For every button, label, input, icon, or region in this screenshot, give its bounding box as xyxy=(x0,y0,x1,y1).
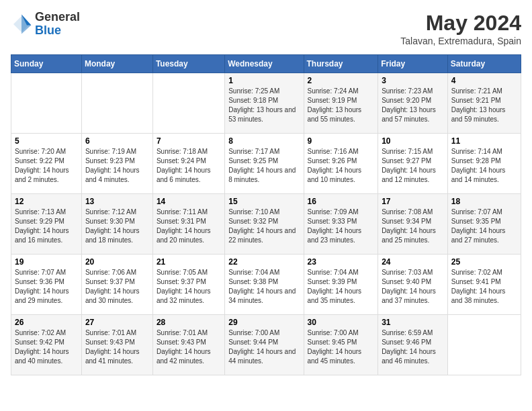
cell-content: Sunrise: 7:10 AMSunset: 9:32 PMDaylight:… xyxy=(228,208,300,245)
calendar-header: SundayMondayTuesdayWednesdayThursdayFrid… xyxy=(11,55,521,73)
calendar-cell: 27Sunrise: 7:01 AMSunset: 9:43 PMDayligh… xyxy=(81,315,152,375)
cell-content: Sunrise: 7:08 AMSunset: 9:34 PMDaylight:… xyxy=(382,208,444,245)
calendar-cell: 13Sunrise: 7:12 AMSunset: 9:30 PMDayligh… xyxy=(81,194,152,255)
calendar-week-row: 12Sunrise: 7:13 AMSunset: 9:29 PMDayligh… xyxy=(11,194,521,255)
cell-content: Sunrise: 7:01 AMSunset: 9:43 PMDaylight:… xyxy=(157,328,221,366)
cell-content: Sunrise: 7:03 AMSunset: 9:40 PMDaylight:… xyxy=(382,268,444,306)
cell-content: Sunrise: 7:18 AMSunset: 9:24 PMDaylight:… xyxy=(157,147,221,185)
day-number: 9 xyxy=(308,136,375,146)
logo: General Blue xyxy=(11,11,80,38)
calendar-cell: 15Sunrise: 7:10 AMSunset: 9:32 PMDayligh… xyxy=(225,194,304,255)
calendar-cell: 14Sunrise: 7:11 AMSunset: 9:31 PMDayligh… xyxy=(152,194,224,255)
header-day: Thursday xyxy=(304,55,378,73)
day-number: 20 xyxy=(85,257,149,267)
day-number: 14 xyxy=(157,197,221,206)
calendar-cell: 9Sunrise: 7:16 AMSunset: 9:26 PMDaylight… xyxy=(304,134,378,194)
day-number: 24 xyxy=(382,257,444,267)
cell-content: Sunrise: 7:11 AMSunset: 9:31 PMDaylight:… xyxy=(157,208,221,245)
calendar-cell: 31Sunrise: 6:59 AMSunset: 9:46 PMDayligh… xyxy=(378,315,448,375)
calendar-cell: 24Sunrise: 7:03 AMSunset: 9:40 PMDayligh… xyxy=(378,255,448,315)
day-number: 5 xyxy=(15,136,78,146)
calendar-cell: 3Sunrise: 7:23 AMSunset: 9:20 PMDaylight… xyxy=(378,73,448,134)
calendar-cell: 18Sunrise: 7:07 AMSunset: 9:35 PMDayligh… xyxy=(447,194,521,255)
calendar-cell: 7Sunrise: 7:18 AMSunset: 9:24 PMDaylight… xyxy=(152,134,224,194)
calendar-cell: 5Sunrise: 7:20 AMSunset: 9:22 PMDaylight… xyxy=(11,134,82,194)
day-number: 11 xyxy=(451,136,517,146)
logo-general: General xyxy=(35,11,80,24)
day-number: 7 xyxy=(157,136,221,146)
calendar-cell: 11Sunrise: 7:14 AMSunset: 9:28 PMDayligh… xyxy=(447,134,521,194)
page-header: General Blue May 2024 Talavan, Extremadu… xyxy=(11,11,521,46)
header-row: SundayMondayTuesdayWednesdayThursdayFrid… xyxy=(11,55,521,73)
calendar-cell xyxy=(11,73,82,134)
calendar-cell xyxy=(81,73,152,134)
calendar-cell xyxy=(447,315,521,375)
header-day: Friday xyxy=(378,55,448,73)
cell-content: Sunrise: 7:01 AMSunset: 9:43 PMDaylight:… xyxy=(85,328,149,366)
day-number: 2 xyxy=(308,76,375,85)
cell-content: Sunrise: 7:24 AMSunset: 9:19 PMDaylight:… xyxy=(308,87,375,124)
calendar-cell: 2Sunrise: 7:24 AMSunset: 9:19 PMDaylight… xyxy=(304,73,378,134)
day-number: 1 xyxy=(228,76,300,85)
day-number: 26 xyxy=(15,318,78,327)
logo-text: General Blue xyxy=(35,11,80,38)
cell-content: Sunrise: 7:09 AMSunset: 9:33 PMDaylight:… xyxy=(308,208,375,245)
header-day: Wednesday xyxy=(225,55,304,73)
calendar-cell: 19Sunrise: 7:07 AMSunset: 9:36 PMDayligh… xyxy=(11,255,82,315)
calendar-cell: 29Sunrise: 7:00 AMSunset: 9:44 PMDayligh… xyxy=(225,315,304,375)
day-number: 31 xyxy=(382,318,444,327)
cell-content: Sunrise: 7:16 AMSunset: 9:26 PMDaylight:… xyxy=(308,147,375,185)
cell-content: Sunrise: 7:07 AMSunset: 9:36 PMDaylight:… xyxy=(15,268,78,306)
cell-content: Sunrise: 7:15 AMSunset: 9:27 PMDaylight:… xyxy=(382,147,444,185)
day-number: 23 xyxy=(308,257,375,267)
day-number: 15 xyxy=(228,197,300,206)
calendar-cell: 28Sunrise: 7:01 AMSunset: 9:43 PMDayligh… xyxy=(152,315,224,375)
day-number: 3 xyxy=(382,76,444,85)
day-number: 21 xyxy=(157,257,221,267)
cell-content: Sunrise: 7:04 AMSunset: 9:39 PMDaylight:… xyxy=(308,268,375,306)
day-number: 25 xyxy=(451,257,517,267)
calendar-cell: 22Sunrise: 7:04 AMSunset: 9:38 PMDayligh… xyxy=(225,255,304,315)
cell-content: Sunrise: 7:14 AMSunset: 9:28 PMDaylight:… xyxy=(451,147,517,185)
calendar-week-row: 1Sunrise: 7:25 AMSunset: 9:18 PMDaylight… xyxy=(11,73,521,134)
cell-content: Sunrise: 7:00 AMSunset: 9:44 PMDaylight:… xyxy=(228,328,300,366)
cell-content: Sunrise: 7:21 AMSunset: 9:21 PMDaylight:… xyxy=(451,87,517,124)
day-number: 6 xyxy=(85,136,149,146)
cell-content: Sunrise: 6:59 AMSunset: 9:46 PMDaylight:… xyxy=(382,328,444,366)
header-day: Sunday xyxy=(11,55,82,73)
calendar-cell: 23Sunrise: 7:04 AMSunset: 9:39 PMDayligh… xyxy=(304,255,378,315)
calendar-cell: 25Sunrise: 7:02 AMSunset: 9:41 PMDayligh… xyxy=(447,255,521,315)
cell-content: Sunrise: 7:23 AMSunset: 9:20 PMDaylight:… xyxy=(382,87,444,124)
cell-content: Sunrise: 7:19 AMSunset: 9:23 PMDaylight:… xyxy=(85,147,149,185)
day-number: 18 xyxy=(451,197,517,206)
calendar-cell: 10Sunrise: 7:15 AMSunset: 9:27 PMDayligh… xyxy=(378,134,448,194)
day-number: 22 xyxy=(228,257,300,267)
calendar-cell: 16Sunrise: 7:09 AMSunset: 9:33 PMDayligh… xyxy=(304,194,378,255)
day-number: 10 xyxy=(382,136,444,146)
calendar-cell: 4Sunrise: 7:21 AMSunset: 9:21 PMDaylight… xyxy=(447,73,521,134)
day-number: 29 xyxy=(228,318,300,327)
calendar-cell: 20Sunrise: 7:06 AMSunset: 9:37 PMDayligh… xyxy=(81,255,152,315)
cell-content: Sunrise: 7:20 AMSunset: 9:22 PMDaylight:… xyxy=(15,147,78,185)
header-day: Saturday xyxy=(447,55,521,73)
day-number: 27 xyxy=(85,318,149,327)
cell-content: Sunrise: 7:07 AMSunset: 9:35 PMDaylight:… xyxy=(451,208,517,245)
calendar-cell: 17Sunrise: 7:08 AMSunset: 9:34 PMDayligh… xyxy=(378,194,448,255)
location: Talavan, Extremadura, Spain xyxy=(400,36,521,46)
cell-content: Sunrise: 7:17 AMSunset: 9:25 PMDaylight:… xyxy=(228,147,300,185)
day-number: 12 xyxy=(15,197,78,206)
logo-blue: Blue xyxy=(35,24,80,38)
cell-content: Sunrise: 7:25 AMSunset: 9:18 PMDaylight:… xyxy=(228,87,300,124)
cell-content: Sunrise: 7:02 AMSunset: 9:41 PMDaylight:… xyxy=(451,268,517,306)
calendar-body: 1Sunrise: 7:25 AMSunset: 9:18 PMDaylight… xyxy=(11,73,521,375)
calendar-cell: 21Sunrise: 7:05 AMSunset: 9:37 PMDayligh… xyxy=(152,255,224,315)
day-number: 16 xyxy=(308,197,375,206)
calendar-week-row: 19Sunrise: 7:07 AMSunset: 9:36 PMDayligh… xyxy=(11,255,521,315)
calendar-cell: 6Sunrise: 7:19 AMSunset: 9:23 PMDaylight… xyxy=(81,134,152,194)
calendar-table: SundayMondayTuesdayWednesdayThursdayFrid… xyxy=(11,54,521,375)
day-number: 19 xyxy=(15,257,78,267)
header-day: Monday xyxy=(81,55,152,73)
cell-content: Sunrise: 7:06 AMSunset: 9:37 PMDaylight:… xyxy=(85,268,149,306)
calendar-cell: 26Sunrise: 7:02 AMSunset: 9:42 PMDayligh… xyxy=(11,315,82,375)
logo-icon xyxy=(11,13,32,35)
